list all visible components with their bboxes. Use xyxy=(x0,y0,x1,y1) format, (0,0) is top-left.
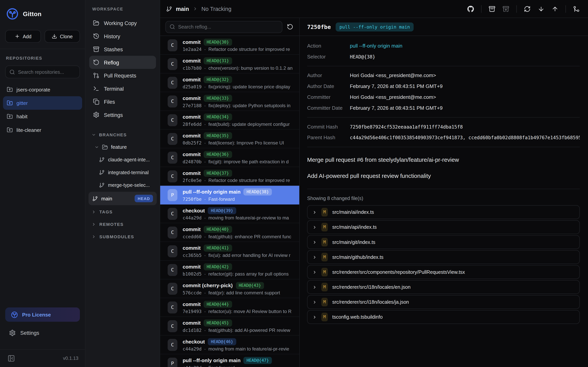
repository-search-input[interactable] xyxy=(18,69,76,75)
toolbar-sync-button[interactable] xyxy=(524,5,531,12)
toolbar-pull-button[interactable] xyxy=(538,5,545,12)
chevron-right-icon xyxy=(193,6,198,11)
branches-section-toggle[interactable]: BRANCHES xyxy=(89,129,156,141)
reflog-entry[interactable]: CcommitHEAD@{31}c1b7b80·chore(version): … xyxy=(160,55,299,73)
reflog-entry[interactable]: CcommitHEAD@{37}2fc0e5e·Refactor code st… xyxy=(160,167,299,186)
reflog-action: commit xyxy=(182,301,201,307)
reflog-entry[interactable]: CcommitHEAD@{35}0db25f2·feat(license): I… xyxy=(160,130,299,148)
refresh-reflog-button[interactable] xyxy=(287,24,293,30)
workspace-item-files[interactable]: Files xyxy=(89,95,156,108)
reflog-message: Refactor code structure for improved re xyxy=(208,178,290,183)
reflog-action: commit xyxy=(182,170,201,176)
commit-message-body: Add AI-powered pull request review funct… xyxy=(307,173,580,179)
commit-detail-pane: 7250fbe pull --ff-only origin main Actio… xyxy=(299,18,588,367)
head-selector-badge: HEAD@{47} xyxy=(244,357,272,364)
changed-file-row[interactable]: Msrc/main/ai/index.ts xyxy=(307,205,580,219)
action-value[interactable]: pull --ff-only origin main xyxy=(350,43,402,49)
section-tags[interactable]: TAGS xyxy=(89,206,156,218)
divider xyxy=(307,189,580,189)
changed-file-row[interactable]: Msrc/main/git/index.ts xyxy=(307,235,580,249)
commit-hash-value: 7250fbe87924cf532eeaaa1aff911ff74dba15f8 xyxy=(350,124,463,130)
sidebar-settings-button[interactable]: Settings xyxy=(3,326,82,340)
repository-icon xyxy=(7,113,13,119)
workspace-sidebar: WORKSPACE Working CopyHistoryStashesRefl… xyxy=(86,0,160,367)
workspace-item-terminal[interactable]: Terminal xyxy=(89,82,156,95)
reflog-action: commit xyxy=(182,151,201,157)
changed-file-row[interactable]: Msrc/main/api/index.ts xyxy=(307,220,580,234)
reflog-entry[interactable]: CcommitHEAD@{33}27e7188·fix(deploy): upd… xyxy=(160,92,299,111)
reflog-search-input[interactable] xyxy=(178,24,278,30)
section-submodules[interactable]: SUBMODULES xyxy=(89,230,156,243)
add-repository-button[interactable]: Add xyxy=(5,30,41,43)
reflog-entry[interactable]: Ppull --ff-only origin mainHEAD@{38}7250… xyxy=(160,186,299,204)
branch-folder-feature[interactable]: feature xyxy=(86,141,160,153)
reflog-message: refactor(ui): move AI Review button to R xyxy=(208,309,292,314)
reflog-message: fix(pricing): update license price displ… xyxy=(208,84,290,89)
repo-item-habit[interactable]: habit xyxy=(3,110,82,123)
section-label: TAGS xyxy=(99,209,112,214)
reflog-entry[interactable]: Ccommit (cherry-pick)HEAD@{43}576ccde·fe… xyxy=(160,279,299,298)
head-selector-badge: HEAD@{31} xyxy=(204,57,232,64)
refresh-icon xyxy=(287,24,293,30)
current-branch[interactable]: main xyxy=(176,6,189,12)
reflog-entry[interactable]: CcommitHEAD@{44}7e19493·refactor(ui): mo… xyxy=(160,298,299,317)
workspace-item-working-copy[interactable]: Working Copy xyxy=(89,17,156,30)
branches-tree: BRANCHES feature claude-agent-inte...int… xyxy=(86,129,160,242)
workspace-item-pull-requests[interactable]: Pull Requests xyxy=(89,69,156,82)
section-remotes[interactable]: REMOTES xyxy=(89,218,156,230)
branch-item-integrated-terminal[interactable]: integrated-terminal xyxy=(86,166,160,179)
changed-file-row[interactable]: Msrc/renderer/src/i18n/locales/ja.json xyxy=(307,295,580,309)
toolbar-push-button[interactable] xyxy=(552,5,558,12)
collapse-sidebar-icon[interactable] xyxy=(8,355,15,362)
reflog-entry[interactable]: CcommitHEAD@{36}d24870b·fix(git): improv… xyxy=(160,148,299,167)
git-branch-icon xyxy=(166,6,172,12)
reflog-entry[interactable]: CcheckoutHEAD@{46}c44a29d·moving from ma… xyxy=(160,335,299,354)
reflog-entry[interactable]: Ppull --ff-only origin mainHEAD@{47}c44a… xyxy=(160,354,299,367)
reflog-entry-type-icon: C xyxy=(168,39,177,51)
toolbar-github-button[interactable] xyxy=(467,5,474,12)
reflog-hash: d24870b xyxy=(182,159,202,164)
reflog-entry[interactable]: CcommitHEAD@{32}d25a019·fix(pricing): up… xyxy=(160,73,299,92)
repo-item-gitter[interactable]: gitter xyxy=(3,96,82,110)
detail-row-action: Action pull --ff-only origin main xyxy=(307,40,580,51)
reflog-entry-type-icon: P xyxy=(168,189,177,201)
repo-item-jsers-corporate[interactable]: jsers-corporate xyxy=(3,83,82,96)
reflog-action: pull --ff-only origin main xyxy=(182,358,241,363)
reflog-entry[interactable]: CcommitHEAD@{30}1e2aa24·Refactor code st… xyxy=(160,36,299,55)
reflog-entry[interactable]: CcommitHEAD@{40}ccedd60·feat(github): en… xyxy=(160,223,299,242)
reflog-entry-content: commitHEAD@{37}2fc0e5e·Refactor code str… xyxy=(182,169,299,183)
branch-item-claude-agent-inte[interactable]: claude-agent-inte... xyxy=(86,153,160,166)
pro-license-button[interactable]: Pro License xyxy=(5,307,80,322)
changed-file-row[interactable]: Mtsconfig.web.tsbuildinfo xyxy=(307,310,580,324)
workspace-item-settings[interactable]: Settings xyxy=(89,108,156,121)
modified-status-badge: M xyxy=(321,313,328,321)
reflog-action: commit xyxy=(182,245,201,251)
reflog-message: fix(ui): add error handling for AI revie… xyxy=(208,253,291,258)
row-label: Selector xyxy=(307,54,350,60)
changed-file-row[interactable]: Msrc/main/github/index.ts xyxy=(307,250,580,264)
changed-file-row[interactable]: Msrc/renderer/src/i18n/locales/en.json xyxy=(307,280,580,294)
reflog-entry[interactable]: CcommitHEAD@{34}28fe6dd·feat(build): upd… xyxy=(160,111,299,130)
branch-item-merge-type-selec[interactable]: merge-type-selec... xyxy=(86,179,160,192)
reflog-entry[interactable]: CcommitHEAD@{41}cc365b5·fix(ui): add err… xyxy=(160,242,299,261)
committer-date-value: February 7, 2026 at 08:43:51 PM GMT+9 xyxy=(350,105,442,111)
branch-name: integrated-terminal xyxy=(108,169,148,175)
repo-item-lite-cleaner[interactable]: lite-cleaner xyxy=(3,123,82,137)
workspace-item-stashes[interactable]: Stashes xyxy=(89,43,156,56)
toolbar-stash-button[interactable] xyxy=(489,5,495,12)
reflog-action: commit xyxy=(182,114,201,120)
reflog-entry[interactable]: CcheckoutHEAD@{39}c44a29d·moving from fe… xyxy=(160,204,299,223)
reflog-entry[interactable]: CcommitHEAD@{45}dc1d182·feat(github): ad… xyxy=(160,317,299,335)
reflog-entry[interactable]: CcommitHEAD@{42}b1002d5·refactor(git): p… xyxy=(160,261,299,279)
separator-dot: · xyxy=(204,47,206,52)
repo-name: gitter xyxy=(17,100,28,106)
row-label: Author xyxy=(307,73,350,78)
toolbar-merge-button[interactable] xyxy=(573,5,580,12)
reflog-entry-content: commitHEAD@{44}7e19493·refactor(ui): mov… xyxy=(182,300,299,314)
workspace-item-history[interactable]: History xyxy=(89,30,156,43)
branch-item-main[interactable]: main HEAD xyxy=(88,192,157,205)
workspace-item-reflog[interactable]: Reflog xyxy=(89,56,156,69)
reflog-action: commit xyxy=(182,226,201,232)
changed-file-row[interactable]: Msrc/renderer/src/components/repository/… xyxy=(307,265,580,279)
clone-repository-button[interactable]: Clone xyxy=(44,30,80,43)
